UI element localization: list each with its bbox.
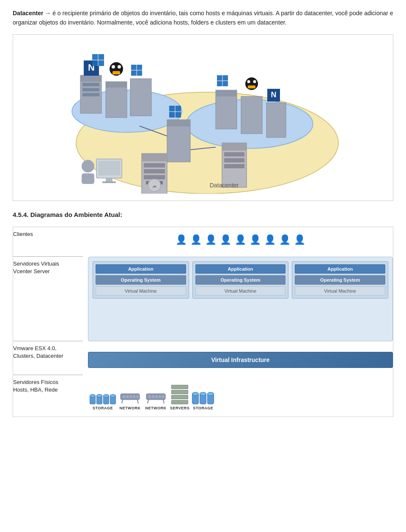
svg-point-66	[129, 395, 132, 398]
datacenter-diagram-container: N	[13, 34, 393, 201]
svg-point-73	[152, 395, 154, 398]
svg-rect-40	[266, 103, 286, 137]
svg-rect-46	[144, 169, 165, 173]
os-layer-1: Operating System	[96, 275, 186, 285]
server-unit-1	[171, 385, 188, 389]
storage2-group	[192, 393, 214, 404]
svg-point-64	[123, 395, 125, 398]
svg-line-69	[122, 400, 123, 403]
svg-rect-16	[106, 82, 127, 88]
intro-text-part2: em um datacenter.	[236, 19, 287, 26]
label-servidores: Servidores Virtuais Vcenter Server	[13, 257, 83, 341]
svg-point-38	[253, 80, 256, 83]
svg-rect-53	[224, 152, 244, 156]
diagram-column: 👤 👤 👤 👤 👤 👤 👤 👤 👤 Application Operating …	[83, 227, 393, 417]
person-icon-6: 👤	[250, 234, 261, 245]
vm-column-1: Application Operating System Virtual Mac…	[93, 261, 189, 299]
svg-rect-21	[130, 79, 151, 116]
svg-rect-31	[216, 90, 237, 96]
person-icon-7: 👤	[264, 234, 276, 245]
svg-rect-7	[82, 83, 99, 86]
storage1-item: STORAGE	[90, 395, 116, 410]
server-unit-4	[171, 400, 188, 404]
svg-point-72	[148, 395, 151, 398]
svg-text:Datacenter: Datacenter	[210, 182, 239, 189]
svg-point-67	[133, 395, 135, 398]
svg-line-78	[163, 400, 164, 403]
arrow-symbol: →	[43, 10, 52, 16]
big-cyl-3	[207, 393, 214, 404]
svg-point-75	[159, 395, 161, 398]
cylinder-4	[110, 395, 116, 404]
server-unit-3	[171, 395, 188, 399]
cylinder-3	[103, 395, 109, 404]
vm-layer-1: Virtual Machine	[96, 286, 186, 296]
persons-row: 👤 👤 👤 👤 👤 👤 👤 👤 👤	[171, 234, 310, 245]
datacenter-illustration: N	[55, 41, 351, 194]
svg-point-37	[247, 80, 250, 83]
labels-column: Clientes Servidores Virtuais Vcenter Ser…	[13, 227, 83, 417]
svg-rect-6	[80, 75, 102, 82]
svg-point-56	[82, 160, 94, 173]
person-icon-2: 👤	[190, 234, 202, 245]
server-rack	[171, 385, 188, 404]
vi-banner: Virtual Infrastructure	[88, 352, 393, 368]
storage2-item: STORAGE	[192, 393, 214, 410]
vm-layer-2: Virtual Machine	[195, 286, 286, 296]
svg-point-74	[155, 395, 158, 398]
svg-text:N: N	[271, 90, 277, 99]
os-layer-2: Operating System	[195, 275, 286, 285]
person-icon-8: 👤	[279, 234, 291, 245]
svg-line-70	[137, 400, 138, 403]
label-vmware: Vmware ESX 4.0, Clusters, Datacenter	[13, 341, 83, 375]
section-title: 4.5.4. Diagramas do Ambiente Atual:	[13, 211, 393, 218]
physical-row: STORAGE	[88, 382, 216, 413]
person-icon-5: 👤	[235, 234, 246, 245]
person-icon-9: 👤	[294, 234, 305, 245]
svg-rect-8	[82, 88, 99, 91]
network2-svg	[144, 389, 167, 404]
vm-layer-3: Virtual Machine	[295, 286, 385, 296]
person-icon-4: 👤	[220, 234, 231, 245]
svg-point-76	[162, 395, 165, 398]
intro-text-part1: é o recipiente primário de objetos do in…	[13, 10, 393, 26]
cylinder-2	[96, 395, 102, 404]
vm-columns: Application Operating System Virtual Mac…	[93, 261, 388, 299]
big-cyl-2	[200, 393, 206, 404]
vm-column-2: Application Operating System Virtual Mac…	[192, 261, 289, 299]
network1-item: NETWORK	[118, 389, 142, 410]
svg-rect-9	[82, 93, 99, 96]
person-icon-3: 👤	[205, 234, 217, 245]
datacenter-term: Datacenter	[13, 10, 43, 16]
label-fisicos: Servidores Físicos Hosts, HBA, Rede	[13, 375, 83, 413]
svg-point-19	[118, 65, 121, 69]
svg-rect-61	[102, 181, 116, 183]
storage1-label: STORAGE	[93, 406, 113, 410]
svg-rect-20	[112, 71, 120, 74]
svg-point-65	[126, 395, 129, 398]
virtual-section: Application Operating System Virtual Mac…	[88, 257, 393, 341]
svg-rect-39	[248, 85, 255, 88]
clients-section: 👤 👤 👤 👤 👤 👤 👤 👤 👤	[88, 227, 393, 257]
svg-rect-59	[98, 161, 120, 176]
datacenter-svg: N	[55, 41, 351, 194]
network1-label: NETWORK	[120, 406, 141, 410]
cylinder-1	[90, 395, 96, 404]
svg-rect-54	[224, 158, 244, 162]
storage1-group	[90, 395, 116, 404]
svg-rect-35	[241, 96, 262, 134]
svg-rect-55	[224, 164, 244, 168]
clusters-highlight: clusters	[215, 19, 236, 26]
person-icon-1: 👤	[176, 234, 187, 245]
app-layer-2: Application	[195, 264, 286, 274]
network2-item: NETWORK	[144, 389, 167, 410]
svg-rect-52	[222, 143, 247, 151]
storage2-label: STORAGE	[193, 406, 213, 410]
vmware-section: Virtual Infrastructure	[88, 345, 393, 378]
label-clientes: Clientes	[13, 227, 83, 257]
svg-rect-57	[82, 173, 94, 184]
svg-point-68	[136, 395, 139, 398]
network1-svg	[118, 389, 142, 404]
network2-label: NETWORK	[145, 406, 167, 410]
servers-label: SERVERS	[170, 406, 189, 410]
